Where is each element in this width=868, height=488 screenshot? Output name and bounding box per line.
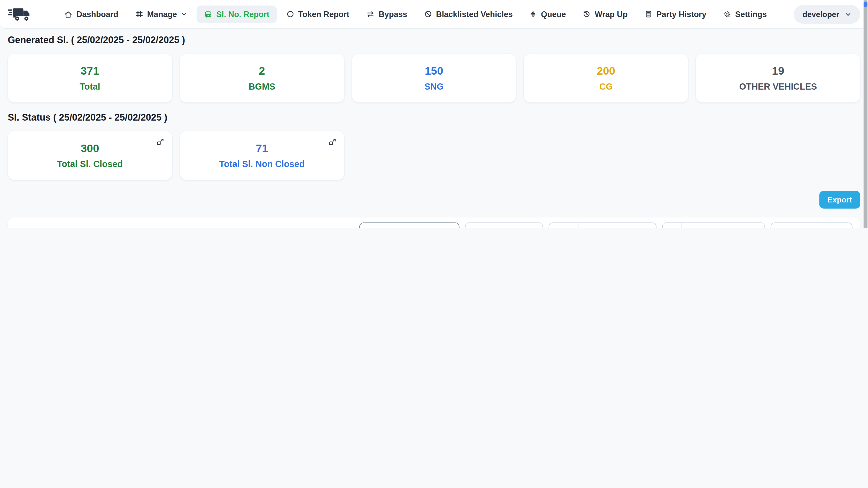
- to-date-group: To 25/02/2025: [662, 222, 765, 228]
- report-table-card: CLOSED/NON_CLOSED Select category From 2…: [8, 218, 860, 228]
- nav-item-sl-no-report[interactable]: Sl. No. Report: [196, 5, 276, 23]
- app-screen: Dashboard Manage Sl. No. Report Token Re…: [0, 0, 868, 228]
- chevron-down-icon: [181, 11, 187, 17]
- stat-label: CG: [599, 82, 613, 92]
- category-filter-select[interactable]: Select category: [465, 222, 543, 228]
- nav-item-queue[interactable]: Queue: [522, 5, 573, 23]
- stat-card-sng: 150 SNG: [352, 54, 516, 102]
- stat-label: Total: [80, 82, 100, 92]
- nav-label: Dashboard: [76, 10, 118, 19]
- status-cards: 300 Total Sl. Closed 71 Total Sl. Non Cl…: [8, 131, 860, 180]
- stat-label: Total Sl. Non Closed: [219, 159, 305, 169]
- stat-value: 371: [81, 65, 99, 77]
- page-scrollbar[interactable]: [863, 0, 868, 228]
- nav-label: Queue: [541, 10, 566, 19]
- navbar: Dashboard Manage Sl. No. Report Token Re…: [0, 0, 868, 29]
- queue-triangles-icon: [529, 10, 537, 18]
- chevron-down-icon: [845, 11, 851, 18]
- nav-label: Party History: [656, 10, 706, 19]
- stat-value: 19: [772, 65, 784, 77]
- stat-label: BGMS: [249, 82, 275, 92]
- truck-fast-icon: [8, 4, 33, 24]
- generated-cards: 371 Total 2 BGMS 150 SNG 200 CG 19 OTHER…: [8, 54, 860, 102]
- nav-label: Wrap Up: [595, 10, 627, 19]
- vehicle-icon: [204, 10, 212, 19]
- divider: [681, 223, 682, 228]
- stat-label: Total Sl. Closed: [57, 159, 123, 169]
- history-icon: [583, 10, 591, 18]
- stat-value: 300: [81, 142, 99, 155]
- nav-label: Sl. No. Report: [216, 10, 269, 19]
- ban-icon: [424, 10, 432, 18]
- stat-card-other-vehicles: 19 OTHER VEHICLES: [696, 54, 860, 102]
- search-input[interactable]: [771, 222, 852, 228]
- stat-value: 2: [259, 65, 265, 77]
- status-filter-select[interactable]: CLOSED/NON_CLOSED: [359, 222, 460, 228]
- nav-item-dashboard[interactable]: Dashboard: [57, 5, 126, 23]
- home-icon: [64, 10, 72, 19]
- stat-card-cg: 200 CG: [524, 54, 688, 102]
- divider: [578, 223, 578, 228]
- nav-label: Token Report: [298, 10, 349, 19]
- nav-label: Manage: [147, 10, 177, 19]
- nav-label: Blacklisted Vehicles: [436, 10, 513, 19]
- stat-value: 150: [425, 65, 443, 77]
- nav-item-settings[interactable]: Settings: [716, 5, 774, 23]
- export-button[interactable]: Export: [819, 191, 860, 208]
- stat-value: 200: [597, 65, 615, 77]
- user-name: developer: [803, 10, 839, 19]
- stat-card-non-closed: 71 Total Sl. Non Closed: [180, 131, 344, 180]
- nav-item-bypass[interactable]: Bypass: [359, 5, 414, 23]
- from-date-group: From 25/02/2025: [549, 222, 657, 228]
- stat-card-total: 371 Total: [8, 54, 172, 102]
- scrollbar-thumb[interactable]: [864, 0, 867, 228]
- circle-icon: [286, 10, 294, 18]
- journal-icon: [644, 10, 653, 18]
- status-section-title: Sl. Status ( 25/02/2025 - 25/02/2025 ): [8, 112, 860, 123]
- manage-grid-icon: [135, 10, 143, 18]
- export-row: Export: [8, 191, 860, 208]
- nav-item-token-report[interactable]: Token Report: [279, 5, 356, 23]
- nav-item-manage[interactable]: Manage: [128, 5, 194, 23]
- nav-item-wrap-up[interactable]: Wrap Up: [575, 5, 635, 23]
- table-filters: CLOSED/NON_CLOSED Select category From 2…: [8, 222, 860, 228]
- stat-label: SNG: [425, 82, 443, 92]
- generated-section-title: Generated Sl. ( 25/02/2025 - 25/02/2025 …: [8, 35, 860, 46]
- nav-item-blacklisted-vehicles[interactable]: Blacklisted Vehicles: [417, 5, 520, 23]
- nav-label: Bypass: [379, 10, 407, 19]
- stat-value: 71: [256, 142, 268, 155]
- stat-label: OTHER VEHICLES: [739, 82, 817, 92]
- user-menu[interactable]: developer: [794, 5, 860, 24]
- gear-icon: [723, 10, 731, 18]
- nav-label: Settings: [735, 10, 767, 19]
- stat-card-closed: 300 Total Sl. Closed: [8, 131, 172, 180]
- swap-arrows-icon: [366, 10, 375, 19]
- expand-icon[interactable]: [328, 138, 336, 146]
- nav-item-party-history[interactable]: Party History: [637, 5, 714, 23]
- scrollbar-top-dot: [864, 2, 867, 7]
- expand-icon[interactable]: [156, 138, 164, 146]
- stat-card-bgms: 2 BGMS: [180, 54, 344, 102]
